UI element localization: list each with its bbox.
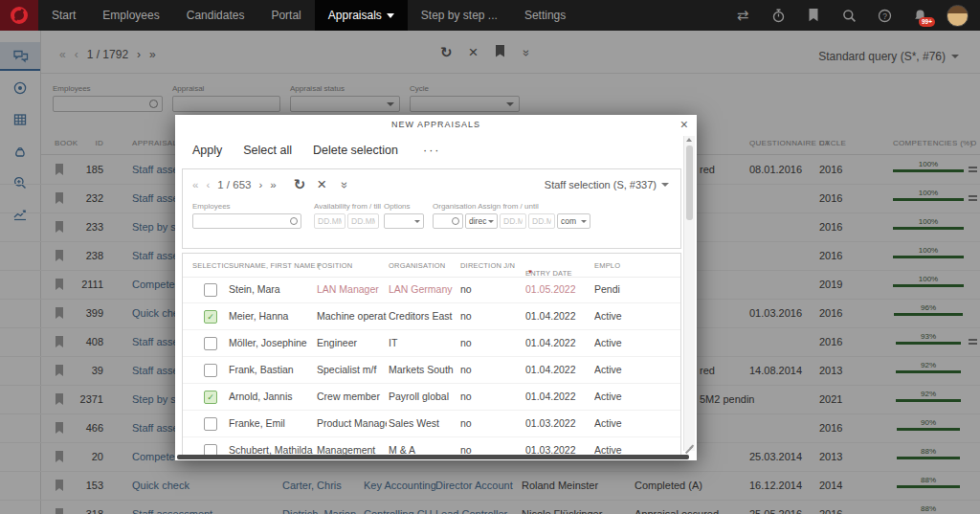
options-select[interactable] [384,213,424,229]
modal-title: NEW APPRAISALS [175,115,697,134]
chevron-down-icon [661,183,669,187]
checkbox-cell [204,337,217,350]
first-page-button[interactable]: « [192,179,198,190]
modal-employees-input[interactable] [193,214,301,228]
compare-arrows-icon[interactable]: ⇄ [734,7,751,24]
scroll-up-icon[interactable] [686,138,692,142]
header-direction[interactable]: DIRECTION J/N [460,261,515,270]
modal-table-row[interactable]: Möller, JosephineEngineerITno01.04.2022A… [183,330,680,357]
direction-value: no [460,303,499,329]
nav-menu: StartEmployeesCandidatesPortalAppraisals… [38,0,579,31]
row-checkbox[interactable] [204,364,217,377]
employment-status: Active [594,303,644,329]
row-checkbox[interactable]: ✓ [204,391,217,404]
header-employment[interactable]: EMPLO [594,261,620,270]
modal-resize-handle[interactable] [684,443,694,453]
modal-employees-label: Employees [192,202,301,211]
nav-item-settings[interactable]: Settings [511,0,579,31]
employee-organisation: Creditors East [389,303,458,329]
chevron-down-icon [414,220,420,223]
stopwatch-icon[interactable] [769,7,787,24]
entry-date: 01.04.2022 [525,384,585,410]
header-surname[interactable]: SURNAME, FIRST NAME ( [229,261,321,270]
nav-item-portal[interactable]: Portal [257,0,314,31]
nav-item-candidates[interactable]: Candidates [173,0,258,31]
row-checkbox[interactable]: ✓ [204,310,217,324]
employee-position: LAN Manager [317,277,387,302]
brand-logo[interactable] [0,0,38,31]
row-checkbox[interactable] [204,417,217,431]
employment-status: Active [594,330,644,356]
assign-from-input[interactable] [501,214,525,228]
clear-icon[interactable]: × [317,177,326,192]
next-page-button[interactable]: › [258,179,262,190]
modal-table-row[interactable]: Franke, EmilProduct ManageSales Westno01… [183,411,680,437]
availability-from-input[interactable] [315,214,345,228]
nav-item-step-by-step[interactable]: Step by step ... [408,0,511,31]
entry-date: 01.04.2022 [525,330,585,356]
employee-position: Management [317,437,387,456]
employee-position: Engineer [317,330,387,356]
main-page: « ‹ 1 / 1792 › » ↻ × « Standard query (S… [0,31,980,514]
chevron-down-icon [488,220,494,223]
nav-item-employees[interactable]: Employees [89,0,172,31]
employment-status: Active [594,384,644,410]
modal-close-icon[interactable]: × [680,118,688,131]
nav-item-start[interactable]: Start [38,0,89,31]
user-avatar[interactable] [947,5,969,27]
employment-status: Pendi [594,277,644,302]
direction-select[interactable]: direc [465,213,498,229]
modal-table-header: SELECTIC SURNAME, FIRST NAME ( POSITION … [183,254,680,278]
select-all-button[interactable]: Select all [243,144,292,157]
employment-status: Active [594,437,644,456]
availability-till-input[interactable] [348,214,378,228]
row-checkbox[interactable] [204,283,217,297]
entry-date: 01.04.2022 [525,303,585,329]
collapse-icon[interactable]: « [336,181,350,188]
notifications-bell-icon[interactable]: 99+ [911,7,928,24]
modal-horizontal-scrollbar[interactable] [177,455,689,459]
delete-selection-button[interactable]: Delete selection [313,144,398,157]
modal-table-row[interactable]: Schubert, MathildaManagementM & Ano01.03… [183,437,680,456]
refresh-icon[interactable]: ↻ [294,176,306,193]
employee-position: Machine operatc [317,303,387,329]
assign-until-input[interactable] [529,214,554,228]
nav-item-appraisals[interactable]: Appraisals [315,0,408,31]
employee-organisation: Sales West [389,411,458,436]
last-page-button[interactable]: » [270,179,276,190]
modal-table-row[interactable]: Frank, BastianSpecialist m/fMarkets Sout… [183,357,680,384]
employee-organisation: IT [389,330,458,356]
header-selection[interactable]: SELECTIC [192,261,229,270]
page-indicator: 1 / 653 [217,179,251,190]
entry-date: 01.04.2022 [525,357,585,383]
apply-button[interactable]: Apply [192,144,222,157]
modal-filter-availability: Availability from / till [314,202,381,229]
modal-table-row[interactable]: ✓Meier, HannaMachine operatcCreditors Ea… [183,303,680,330]
employee-name: Meier, Hanna [229,303,314,329]
completion-select[interactable]: com [557,213,590,229]
search-icon[interactable] [840,7,858,24]
direction-value: no [460,357,499,383]
row-checkbox[interactable] [204,337,217,350]
employee-position: Crew member [317,384,387,410]
employee-name: Franke, Emil [229,411,314,436]
modal-query-selector[interactable]: Staff selection (S, #337) [545,179,669,190]
employee-organisation: Payroll global [389,384,458,410]
scrollbar-thumb[interactable] [686,145,693,220]
modal-table-panel: SELECTIC SURNAME, FIRST NAME ( POSITION … [182,253,681,456]
header-position[interactable]: POSITION [317,261,352,270]
bookmark-icon[interactable] [805,7,822,24]
employee-position: Product Manage [317,411,387,436]
modal-table-row[interactable]: Stein, MaraLAN ManagerLAN Germanyno01.05… [183,277,680,303]
checkbox-cell [204,364,217,377]
header-organisation[interactable]: ORGANISATION [389,261,445,270]
checkbox-cell [204,417,217,431]
more-actions-button[interactable]: ··· [423,144,441,157]
prev-page-button[interactable]: ‹ [206,179,210,190]
nav-right-icons: ⇄ ? 99+ [734,5,980,27]
direction-value: no [460,437,499,456]
modal-table-row[interactable]: ✓Arnold, JannisCrew memberPayroll global… [183,384,680,411]
modal-filter-options: Options [384,202,424,229]
help-icon[interactable]: ? [876,7,893,24]
modal-vertical-scrollbar[interactable] [683,136,695,451]
